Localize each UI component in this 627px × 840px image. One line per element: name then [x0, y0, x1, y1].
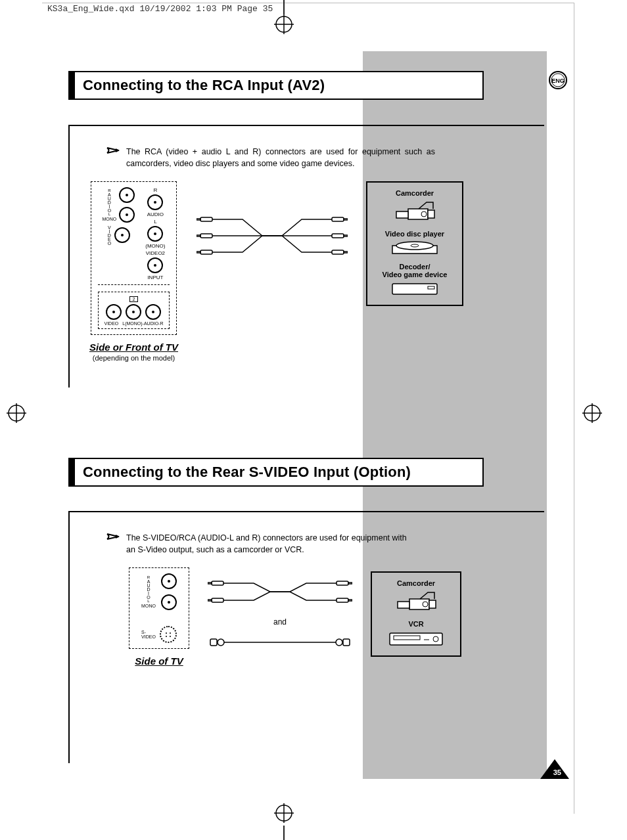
jack-label: AUDIO: [147, 579, 151, 599]
svideo-jack-icon: [160, 626, 177, 643]
registration-mark-icon: [7, 403, 26, 426]
svg-rect-27: [344, 252, 348, 253]
jack-label: VIDEO: [107, 225, 112, 245]
panel-caption-main: Side or Front of TV: [89, 342, 178, 353]
svg-point-41: [170, 636, 171, 637]
page-number: 35: [553, 768, 561, 776]
disc-player-icon: [375, 240, 454, 256]
page-edge: [574, 3, 574, 814]
section-title: Connecting to the RCA Input (AV2): [83, 77, 325, 94]
rca-jack-icon: [126, 304, 141, 320]
panel-caption-main: Side of TV: [135, 655, 183, 667]
svg-rect-48: [337, 598, 348, 602]
svg-marker-37: [116, 535, 120, 539]
panel-caption-sub: (depending on the model): [89, 354, 178, 362]
device-label: VCR: [380, 620, 452, 628]
rca-jack-icon: [161, 594, 177, 610]
device-list-box: Camcorder VCR: [371, 571, 461, 657]
crop-mark: [283, 0, 285, 14]
jack-label: AUDIO: [107, 192, 112, 212]
svg-text:ENG: ENG: [551, 77, 565, 84]
device-label: Decoder/ Video game device: [375, 263, 454, 278]
svg-rect-20: [200, 234, 212, 238]
svg-rect-23: [344, 235, 348, 236]
tv-jack-panel: R AUDIO L MONO S-VIDEO: [129, 567, 189, 649]
cable-diagram: and: [208, 575, 352, 649]
jack-label: S-VIDEO: [141, 630, 156, 639]
cable-diagram: [197, 213, 348, 259]
pointer-arrow-icon: [106, 532, 120, 544]
svg-rect-18: [332, 217, 344, 221]
jack-label: VIDEO: [104, 321, 118, 326]
panel-caption: Side or Front of TV (depending on the mo…: [89, 342, 178, 362]
jack-label: L: [154, 219, 156, 225]
section-title: Connecting to the Rear S-VIDEO Input (Op…: [83, 464, 411, 481]
camcorder-icon: [380, 590, 452, 613]
svg-rect-58: [429, 600, 436, 608]
section-title-bar: Connecting to the RCA Input (AV2): [68, 71, 484, 100]
svg-rect-59: [390, 633, 442, 645]
registration-mark-icon: [274, 14, 294, 37]
svg-rect-45: [348, 583, 352, 584]
svg-rect-47: [208, 600, 212, 601]
svg-rect-42: [212, 581, 223, 585]
game-device-icon: [375, 281, 454, 297]
svg-rect-49: [348, 600, 352, 601]
svg-point-33: [396, 242, 433, 250]
device-label: Video disc player: [375, 230, 454, 238]
jack-label: INPUT: [147, 275, 163, 280]
svg-rect-17: [197, 219, 200, 220]
svg-rect-21: [197, 235, 200, 236]
note-text: The RCA (video + audio L and R) connecto…: [126, 146, 435, 169]
rca-jack-icon: [119, 187, 135, 203]
pointer-arrow-icon: [106, 146, 120, 158]
panel-caption: Side of TV: [135, 655, 183, 667]
svg-point-38: [166, 632, 167, 634]
tv-jack-panel: R AUDIO L MONO VIDEO: [91, 181, 176, 335]
registration-mark-icon: [274, 803, 294, 826]
jack-label: AUDIO: [147, 211, 164, 217]
content-box-svideo: The S-VIDEO/RCA (AUDIO-L and R) connecto…: [68, 511, 544, 763]
rca-jack-icon: [147, 257, 163, 273]
svg-rect-46: [212, 598, 223, 602]
svg-rect-24: [200, 250, 212, 254]
svg-rect-31: [428, 210, 434, 218]
jack-label: L(MONO)-AUDIO-R: [122, 321, 163, 326]
and-label: and: [273, 617, 287, 627]
svg-point-53: [336, 639, 342, 646]
svg-rect-16: [200, 217, 212, 221]
device-label: Camcorder: [380, 579, 452, 587]
rca-jack-icon: [106, 304, 122, 320]
svg-rect-43: [208, 583, 212, 584]
rca-jack-icon: [114, 227, 130, 243]
language-badge: ENG: [548, 70, 568, 90]
content-box-rca: The RCA (video + audio L and R) connecto…: [68, 125, 544, 387]
rca-jack-icon: [147, 194, 163, 210]
rca-jack-icon: [145, 304, 161, 320]
vcr-icon: [380, 630, 452, 648]
svg-rect-44: [337, 581, 348, 585]
svg-point-40: [166, 636, 167, 637]
jack-label: (MONO): [145, 243, 165, 249]
svg-rect-19: [344, 219, 348, 220]
jack-label: 2: [129, 296, 139, 302]
svg-marker-15: [116, 148, 120, 152]
camcorder-icon: [375, 200, 454, 223]
svg-rect-28: [408, 209, 428, 219]
svg-rect-26: [332, 250, 344, 254]
svg-rect-50: [210, 639, 217, 646]
jack-label: MONO: [141, 604, 156, 608]
svg-rect-55: [409, 599, 429, 609]
svg-rect-25: [197, 252, 200, 253]
rca-jack-icon: [161, 573, 177, 589]
jack-label: MONO: [102, 217, 116, 221]
registration-mark-icon: [582, 403, 602, 426]
svg-rect-54: [343, 639, 350, 646]
svg-rect-29: [396, 211, 408, 218]
note-text: The S-VIDEO/RCA (AUDIO-L and R) connecto…: [126, 532, 409, 556]
device-label: Camcorder: [375, 189, 454, 197]
svg-point-39: [170, 632, 171, 634]
svideo-cable-icon: [208, 636, 352, 649]
jack-label: VIDEO2: [146, 250, 165, 256]
jack-label: R: [153, 187, 157, 193]
